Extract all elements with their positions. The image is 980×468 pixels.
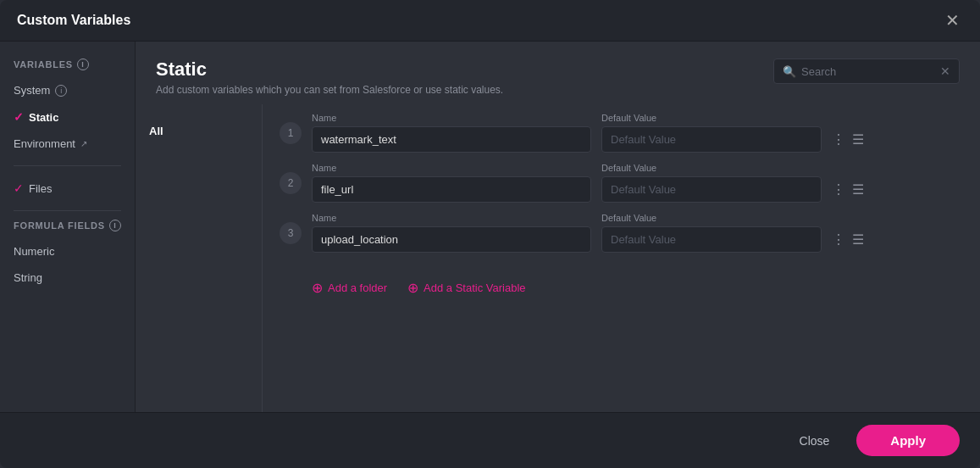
name-col-2: Name: [312, 163, 591, 203]
table-row: 1 Name Default Value ⋮ ☰: [280, 113, 963, 153]
modal-close-button[interactable]: ✕: [942, 12, 963, 29]
row-number-2: 2: [280, 172, 302, 194]
table-row: 3 Name Default Value ⋮ ☰: [280, 213, 963, 253]
comment-icon-3[interactable]: ☰: [852, 231, 864, 248]
add-folder-label: Add a folder: [328, 281, 387, 294]
numeric-label: Numeric: [14, 245, 54, 258]
default-input-3[interactable]: [601, 226, 822, 253]
name-input-2[interactable]: [312, 176, 591, 203]
name-label-1: Name: [312, 113, 591, 123]
add-variable-button[interactable]: ⊕ Add a Static Variable: [407, 280, 525, 296]
content-area: Static Add custom variables which you ca…: [136, 42, 980, 412]
sidebar-divider-2: [14, 210, 121, 211]
variables-panel: 1 Name Default Value ⋮ ☰: [263, 104, 980, 412]
row-number-1: 1: [280, 122, 302, 144]
sidebar-item-static[interactable]: ✓ Static: [0, 103, 135, 131]
default-label-2: Default Value: [601, 163, 822, 173]
name-label-2: Name: [312, 163, 591, 173]
name-col-1: Name: [312, 113, 591, 153]
add-variable-label: Add a Static Variable: [424, 281, 525, 294]
modal-footer: Close Apply: [0, 412, 980, 468]
custom-variables-modal: Custom Variables ✕ VARIABLES i System i …: [0, 0, 980, 468]
sidebar-item-string[interactable]: String: [0, 265, 135, 291]
content-main: All 1 Name Defau: [136, 104, 980, 412]
formula-section-label: FORMULA FIELDS i: [0, 220, 135, 238]
modal-body: VARIABLES i System i ✓ Static Environmen…: [0, 42, 980, 412]
modal-title: Custom Variables: [17, 13, 130, 28]
close-button[interactable]: Close: [783, 427, 847, 454]
search-input[interactable]: [801, 65, 935, 78]
formula-info-badge[interactable]: i: [109, 220, 121, 231]
content-subtitle: Add custom variables which you can set f…: [156, 84, 503, 96]
sidebar-item-system[interactable]: System i: [0, 77, 135, 103]
content-title-block: Static Add custom variables which you ca…: [156, 58, 503, 96]
search-clear-icon[interactable]: ✕: [940, 64, 950, 78]
files-check-icon: ✓: [14, 181, 24, 195]
sidebar-item-numeric[interactable]: Numeric: [0, 238, 135, 265]
content-header: Static Add custom variables which you ca…: [136, 42, 980, 104]
apply-button[interactable]: Apply: [856, 425, 960, 456]
modal-header: Custom Variables ✕: [0, 0, 980, 42]
sidebar-item-environment[interactable]: Environment ↗: [0, 131, 135, 157]
default-col-3: Default Value: [601, 213, 822, 253]
row-number-3: 3: [280, 222, 302, 244]
row-actions-1: ⋮ ☰: [832, 118, 864, 148]
default-col-1: Default Value: [601, 113, 822, 153]
system-info-badge[interactable]: i: [55, 85, 67, 97]
more-options-icon-3[interactable]: ⋮: [832, 231, 845, 248]
name-col-3: Name: [312, 213, 591, 253]
sidebar-item-files[interactable]: ✓ Files: [0, 175, 135, 202]
comment-icon-2[interactable]: ☰: [852, 181, 864, 198]
name-input-1[interactable]: [312, 126, 591, 153]
name-label-3: Name: [312, 213, 591, 223]
variables-info-badge[interactable]: i: [77, 58, 89, 70]
search-box: 🔍 ✕: [773, 58, 960, 84]
add-links: ⊕ Add a folder ⊕ Add a Static Variable: [280, 263, 963, 304]
environment-external-icon: ↗: [80, 139, 87, 148]
environment-label: Environment: [14, 137, 75, 150]
static-label: Static: [29, 111, 58, 124]
default-label-3: Default Value: [601, 213, 822, 223]
variables-section-label: VARIABLES i: [0, 58, 135, 77]
search-icon: 🔍: [783, 65, 796, 78]
add-folder-plus-icon: ⊕: [312, 280, 323, 296]
row-actions-3: ⋮ ☰: [832, 218, 864, 248]
add-folder-button[interactable]: ⊕ Add a folder: [312, 280, 387, 296]
string-label: String: [14, 271, 42, 284]
default-label-1: Default Value: [601, 113, 822, 123]
default-input-1[interactable]: [601, 126, 822, 153]
folder-item-all[interactable]: All: [136, 118, 262, 144]
static-check-icon: ✓: [14, 110, 24, 124]
files-label: Files: [29, 182, 52, 195]
more-options-icon-1[interactable]: ⋮: [832, 131, 845, 148]
sidebar-divider-1: [14, 165, 121, 166]
name-input-3[interactable]: [312, 226, 591, 253]
default-input-2[interactable]: [601, 176, 822, 203]
table-row: 2 Name Default Value ⋮ ☰: [280, 163, 963, 203]
sidebar: VARIABLES i System i ✓ Static Environmen…: [0, 42, 136, 412]
comment-icon-1[interactable]: ☰: [852, 131, 864, 148]
folder-panel: All: [136, 104, 263, 412]
add-variable-plus-icon: ⊕: [407, 280, 418, 296]
folder-all-label: All: [149, 125, 163, 137]
default-col-2: Default Value: [601, 163, 822, 203]
row-actions-2: ⋮ ☰: [832, 168, 864, 198]
system-label: System: [14, 84, 50, 97]
content-title: Static: [156, 58, 503, 81]
more-options-icon-2[interactable]: ⋮: [832, 181, 845, 198]
